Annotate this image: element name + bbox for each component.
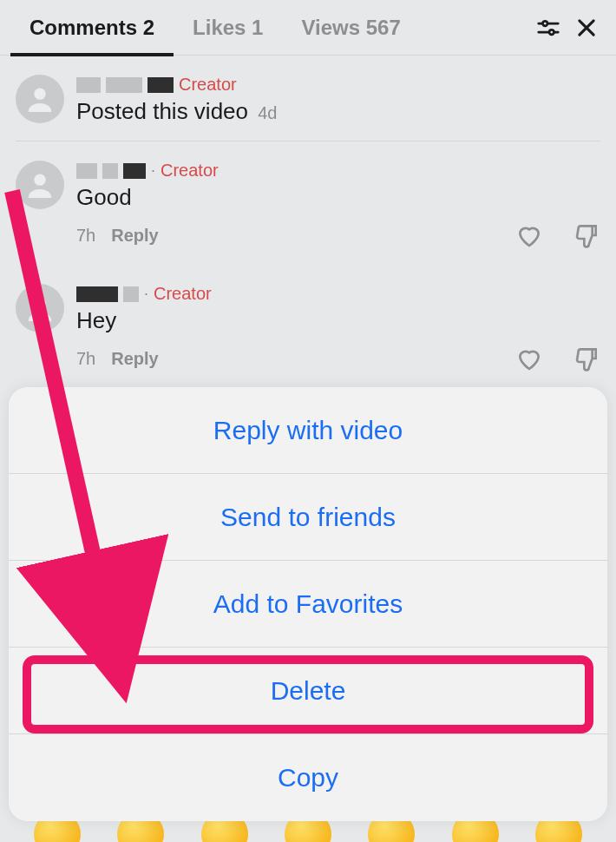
action-sheet: Reply with video Send to friends Add to …	[9, 387, 607, 821]
tab-views[interactable]: Views 567	[282, 0, 419, 56]
svg-point-3	[549, 30, 554, 35]
separator-dot: ·	[151, 161, 155, 180]
tab-likes-count: 1	[252, 16, 263, 40]
avatar[interactable]	[16, 75, 64, 123]
tab-views-label: Views	[301, 16, 360, 40]
username-redacted	[147, 77, 174, 93]
svg-point-7	[34, 174, 45, 186]
sheet-reply-with-video[interactable]: Reply with video	[9, 387, 607, 474]
sheet-delete[interactable]: Delete	[9, 648, 607, 734]
like-icon[interactable]	[515, 221, 543, 249]
username-redacted	[76, 163, 97, 179]
filter-icon[interactable]	[529, 9, 567, 47]
reply-button[interactable]: Reply	[111, 226, 158, 246]
comment-text: Hey	[76, 307, 600, 334]
username-redacted	[76, 286, 118, 302]
close-icon[interactable]	[567, 9, 606, 47]
comment-age: 7h	[76, 349, 95, 369]
username-redacted	[106, 77, 142, 93]
sheet-send-to-friends[interactable]: Send to friends	[9, 474, 607, 561]
avatar[interactable]	[16, 284, 64, 332]
svg-point-1	[543, 21, 548, 26]
posted-label: Posted this video	[76, 98, 248, 124]
tab-views-count: 567	[366, 16, 401, 40]
creator-badge: Creator	[154, 284, 212, 304]
avatar[interactable]	[16, 161, 64, 209]
comment-age: 4d	[258, 103, 277, 122]
creator-badge: Creator	[161, 161, 219, 181]
username-redacted	[123, 163, 146, 179]
comment-row: · Creator Good 7h Reply	[16, 141, 600, 265]
reply-button[interactable]: Reply	[111, 349, 158, 369]
dislike-icon[interactable]	[573, 221, 600, 249]
creator-badge: Creator	[179, 75, 237, 95]
tab-comments-label: Comments	[29, 16, 137, 40]
svg-point-8	[34, 298, 45, 309]
comment-age: 7h	[76, 226, 95, 246]
comment-text: Good	[76, 184, 600, 211]
like-icon[interactable]	[515, 345, 543, 372]
comment-row: · Creator Hey 7h Reply	[16, 265, 600, 388]
tab-comments-count: 2	[143, 16, 154, 40]
tab-likes-label: Likes	[193, 16, 246, 40]
dislike-icon[interactable]	[573, 345, 600, 372]
tab-comments[interactable]: Comments 2	[10, 0, 174, 56]
sheet-add-to-favorites[interactable]: Add to Favorites	[9, 561, 607, 648]
tab-likes[interactable]: Likes 1	[174, 0, 282, 56]
comment-row: Creator Posted this video 4d	[16, 56, 600, 141]
tab-bar: Comments 2 Likes 1 Views 567	[0, 0, 616, 56]
username-redacted	[76, 77, 101, 93]
username-redacted	[123, 286, 139, 302]
sheet-copy[interactable]: Copy	[9, 734, 607, 821]
username-redacted	[102, 163, 118, 179]
separator-dot: ·	[144, 285, 148, 303]
svg-point-6	[34, 89, 45, 100]
comments-list: Creator Posted this video 4d · Creator G…	[0, 56, 616, 388]
